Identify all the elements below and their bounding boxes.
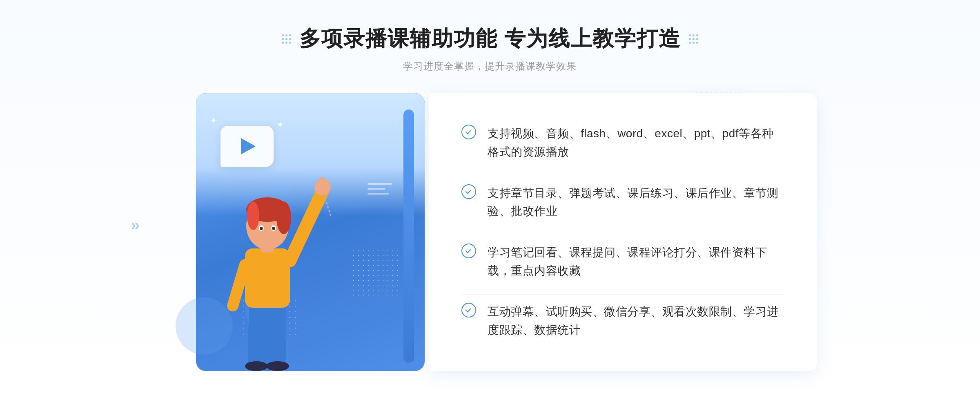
- svg-point-14: [247, 201, 259, 230]
- sparkle-icon-2: ✦: [277, 120, 284, 130]
- illus-lines-decoration: [368, 183, 392, 195]
- svg-point-13: [276, 201, 291, 234]
- feature-text-3: 学习笔记回看、课程提问、课程评论打分、课件资料下载，重点内容收藏: [488, 244, 784, 280]
- check-icon-1: [461, 125, 476, 139]
- check-icon-4: [461, 303, 476, 318]
- svg-point-5: [266, 361, 289, 371]
- feature-text-4: 互动弹幕、试听购买、微信分享、观看次数限制、学习进度跟踪、数据统计: [488, 303, 784, 340]
- page-subtitle: 学习进度全掌握，提升录播课教学效果: [282, 60, 698, 73]
- svg-point-4: [245, 361, 268, 371]
- main-content: » ✦ ✦: [163, 93, 817, 371]
- dots-decoration-left: [282, 34, 291, 44]
- header-section: 多项录播课辅助功能 专为线上教学打造 学习进度全掌握，提升录播课教学效果: [282, 25, 698, 73]
- feature-item-3: 学习笔记回看、课程提问、课程评论打分、课件资料下载，重点内容收藏: [461, 235, 784, 288]
- sparkle-icon-1: ✦: [210, 116, 217, 125]
- feature-item-4: 互动弹幕、试听购买、微信分享、观看次数限制、学习进度跟踪、数据统计: [461, 294, 784, 348]
- illus-vertical-stripe: [403, 110, 414, 363]
- svg-rect-3: [270, 322, 286, 367]
- check-icon-2: [461, 184, 476, 199]
- chevron-left-icon: »: [131, 216, 140, 234]
- svg-point-17: [260, 227, 263, 230]
- feature-text-2: 支持章节目录、弹题考试、课后练习、课后作业、章节测验、批改作业: [488, 184, 784, 221]
- illus-line-1: [368, 183, 392, 185]
- svg-rect-2: [248, 322, 265, 367]
- svg-rect-20: [320, 177, 325, 189]
- features-panel: 支持视频、音频、flash、word、excel、ppt、pdf等各种格式的资源…: [429, 93, 817, 371]
- feature-item-2: 支持章节目录、弹题考试、课后练习、课后作业、章节测验、批改作业: [461, 176, 784, 229]
- svg-line-7: [290, 191, 323, 261]
- illustration-container: » ✦ ✦: [163, 93, 441, 371]
- svg-point-18: [272, 227, 275, 230]
- svg-line-8: [233, 265, 245, 306]
- illus-line-3: [368, 193, 389, 195]
- person-illustration: [204, 134, 335, 371]
- feature-text-1: 支持视频、音频、flash、word、excel、ppt、pdf等各种格式的资源…: [488, 125, 784, 161]
- title-row: 多项录播课辅助功能 专为线上教学打造: [282, 25, 698, 53]
- feature-item-1: 支持视频、音频、flash、word、excel、ppt、pdf等各种格式的资源…: [461, 116, 784, 170]
- background-dots-left: [351, 248, 400, 297]
- page-title: 多项录播课辅助功能 专为线上教学打造: [299, 25, 681, 53]
- check-icon-3: [461, 244, 476, 258]
- illus-line-2: [368, 188, 385, 190]
- svg-rect-6: [245, 248, 290, 308]
- dots-decoration-right: [689, 34, 698, 44]
- page-container: 多项录播课辅助功能 专为线上教学打造 学习进度全掌握，提升录播课教学效果 »: [0, 0, 980, 398]
